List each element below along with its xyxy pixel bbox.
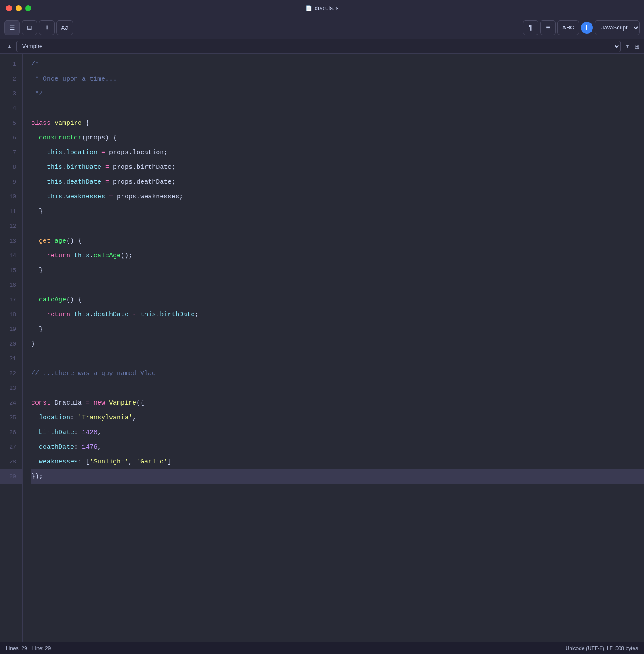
line-num-7: 7 [0,146,22,160]
code-token [31,308,47,322]
title-bar: 📄 dracula.js [0,0,644,16]
grid-view-button[interactable]: ⊞ [634,43,640,50]
code-line-1: /* [31,57,644,72]
code-token: : [74,425,82,440]
code-token: calcAge [39,293,66,308]
language-selector[interactable]: JavaScript TypeScript Python [595,20,640,35]
code-line-26: birthDate: 1428, [31,425,644,440]
code-token [31,425,39,440]
code-token [101,160,105,175]
code-content[interactable]: /* * Once upon a time... */ class Vampir… [23,54,644,642]
code-token: . [90,308,93,322]
code-token: . [62,146,66,160]
code-token: birthDate [66,160,101,175]
code-token: location [132,146,164,160]
toolbar-right: ¶ ≡ ABC i JavaScript TypeScript Python [523,20,640,35]
code-token: . [62,175,66,190]
maximize-button[interactable] [25,5,31,11]
code-line-25: location: 'Transylvania', [31,411,644,425]
code-line-8: this.birthDate = props.birthDate; [31,160,644,175]
list-view-button[interactable]: ⊟ [22,20,37,35]
code-token: deathDate [39,440,74,455]
code-token: . [62,190,66,204]
code-token: birthDate [160,308,195,322]
code-line-9: this.deathDate = props.deathDate; [31,175,644,190]
abc-label: ABC [562,24,574,31]
code-token: : [ [78,455,90,469]
line-num-13: 13 [0,234,22,249]
code-token [31,175,47,190]
line-num-25: 25 [0,411,22,425]
code-token: ; [195,308,199,322]
code-line-19: } [31,322,644,337]
code-line-24: const Dracula = new Vampire({ [31,396,644,411]
symbol-bar: ▲ Vampire ▼ ⊞ [0,39,644,54]
code-token: location [66,146,97,160]
code-token: // ...there was a guy named Vlad [31,366,156,381]
status-bar: Lines: 29 Line: 29 Unicode (UTF-8) LF 50… [0,642,644,654]
code-token [31,101,35,116]
code-token: () { [66,234,82,249]
code-token: = [86,396,90,411]
code-token: (); [121,249,132,263]
font-button[interactable]: Aa [56,20,73,35]
line-position: Line: 29 [32,645,51,651]
code-line-21 [31,352,644,366]
code-line-13: get age() { [31,234,644,249]
code-token [31,278,35,293]
code-line-2: * Once upon a time... [31,72,644,87]
info-icon: i [586,24,588,31]
code-token [31,440,39,455]
code-token: this [140,308,156,322]
code-line-11: } [31,204,644,219]
abc-button[interactable]: ABC [557,20,579,35]
minimize-button[interactable] [16,5,22,11]
columns-view-button[interactable]: ⦀ [39,20,55,35]
code-token: ({ [136,396,144,411]
info-button[interactable]: i [581,22,593,34]
symbol-expand-button[interactable]: ▼ [622,42,633,50]
list-icon: ⊟ [27,24,32,31]
code-token: weaknesses [39,455,78,469]
code-token: this [47,190,62,204]
code-token: deathDate [66,175,101,190]
code-line-16 [31,278,644,293]
line-num-22: 22 [0,366,22,381]
code-token [31,352,35,366]
code-token: calcAge [93,249,121,263]
code-token: , [129,455,136,469]
code-token: * Once upon a time... [31,72,117,87]
filesize-label: 508 bytes [615,645,638,651]
navigate-up-button[interactable]: ▲ [4,42,15,50]
close-button[interactable] [6,5,12,11]
line-num-21: 21 [0,352,22,366]
code-token: ; [171,160,175,175]
code-token [97,146,101,160]
code-token: birthDate [136,160,171,175]
status-right: Unicode (UTF-8) LF 508 bytes [566,645,638,651]
line-num-8: 8 [0,160,22,175]
line-num-3: 3 [0,87,22,101]
code-token: props [113,190,136,204]
filename-label: dracula.js [315,5,339,11]
code-token: } [31,322,43,337]
code-token: weaknesses [140,190,179,204]
code-token: this [74,308,90,322]
status-left: Lines: 29 Line: 29 [6,645,51,651]
code-token [136,308,140,322]
code-token: - [132,308,136,322]
align-icon: ≡ [546,24,550,32]
sidebar-toggle-button[interactable]: ☰ [4,20,20,35]
code-line-20: } [31,337,644,352]
code-token: props [105,146,129,160]
code-token: props [109,160,132,175]
code-token: () { [66,293,82,308]
pilcrow-button[interactable]: ¶ [523,20,538,35]
code-token [31,146,47,160]
pilcrow-icon: ¶ [529,24,533,32]
code-token: return [47,249,74,263]
symbol-selector[interactable]: Vampire [16,41,621,52]
font-icon: Aa [61,24,68,31]
line-num-16: 16 [0,278,22,293]
align-button[interactable]: ≡ [540,20,556,35]
